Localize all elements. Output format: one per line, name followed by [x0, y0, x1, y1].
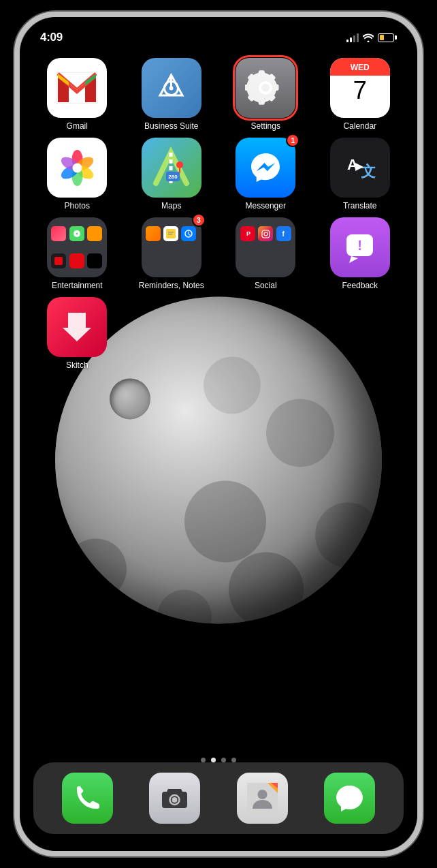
calendar-day-name: WED — [351, 63, 370, 72]
app-settings[interactable]: Settings — [222, 58, 310, 131]
svg-point-43 — [257, 790, 267, 799]
screen: 4:09 — [20, 17, 417, 851]
settings-highlight-ring — [233, 55, 298, 121]
svg-point-32 — [267, 231, 268, 232]
notch — [164, 17, 273, 37]
app-reminders-notes-folder[interactable]: 3 Reminders, Notes — [128, 217, 216, 290]
app-feedback[interactable]: ! Feedback — [317, 217, 404, 290]
app-entertainment-folder[interactable]: Entertainment — [33, 217, 121, 290]
svg-point-13 — [72, 163, 82, 172]
svg-rect-24 — [166, 229, 176, 238]
app-label-social: Social — [255, 281, 277, 290]
status-time: 4:09 — [40, 31, 63, 44]
phone-frame: 4:09 — [14, 12, 423, 856]
svg-text:文: 文 — [361, 163, 376, 180]
app-label-gmail: Gmail — [67, 121, 88, 131]
app-social-folder[interactable]: P f Social — [222, 217, 310, 290]
app-label-maps: Maps — [161, 201, 181, 211]
svg-rect-30 — [262, 230, 270, 238]
app-label-settings: Settings — [251, 121, 280, 131]
app-gmail[interactable]: Gmail — [33, 58, 121, 131]
page-dot-2[interactable] — [211, 758, 216, 762]
app-label-entertainment: Entertainment — [52, 281, 103, 290]
wifi-icon — [363, 33, 374, 42]
app-label-translate: Translate — [343, 201, 377, 211]
home-screen: Gmail Business Suite — [20, 51, 417, 769]
svg-text:A: A — [347, 156, 358, 173]
page-dots — [20, 758, 417, 762]
svg-point-41 — [172, 797, 178, 803]
app-label-photos: Photos — [65, 201, 90, 211]
app-label-reminders-notes: Reminders, Notes — [139, 281, 204, 290]
status-icons — [346, 33, 397, 42]
svg-rect-23 — [54, 257, 63, 265]
app-maps[interactable]: 280 Maps — [128, 138, 216, 211]
svg-point-31 — [264, 232, 268, 236]
dock — [33, 762, 404, 834]
app-calendar[interactable]: WED 7 Calendar — [317, 58, 404, 131]
battery-icon — [378, 33, 397, 42]
reminders-badge: 3 — [192, 213, 206, 227]
messenger-badge: 1 — [286, 134, 300, 147]
app-label-skitch: Skitch — [66, 360, 88, 370]
app-label-calendar: Calendar — [343, 121, 376, 131]
svg-text:!: ! — [357, 238, 362, 253]
dock-app-messages[interactable] — [324, 773, 375, 824]
signal-icon — [346, 33, 359, 42]
app-label-business-suite: Business Suite — [144, 121, 198, 131]
svg-marker-39 — [63, 313, 91, 341]
page-dot-1[interactable] — [201, 758, 206, 762]
svg-text:280: 280 — [169, 174, 178, 180]
page-dot-3[interactable] — [221, 758, 226, 762]
app-translate[interactable]: A 文 Translate — [317, 138, 404, 211]
app-skitch[interactable]: Skitch — [33, 297, 121, 370]
dock-app-phone[interactable] — [62, 773, 113, 824]
app-photos[interactable]: Photos — [33, 138, 121, 211]
dock-app-contacts[interactable] — [237, 773, 288, 824]
calendar-day-num: 7 — [353, 76, 367, 104]
app-label-feedback: Feedback — [342, 281, 378, 290]
app-business-suite[interactable]: Business Suite — [128, 58, 216, 131]
dock-app-camera[interactable] — [149, 773, 200, 824]
app-label-messenger: Messenger — [246, 201, 286, 211]
svg-text:P: P — [246, 230, 250, 237]
app-messenger[interactable]: 1 Messenger — [222, 138, 310, 211]
svg-point-5 — [169, 86, 174, 90]
page-dot-4[interactable] — [231, 758, 236, 762]
